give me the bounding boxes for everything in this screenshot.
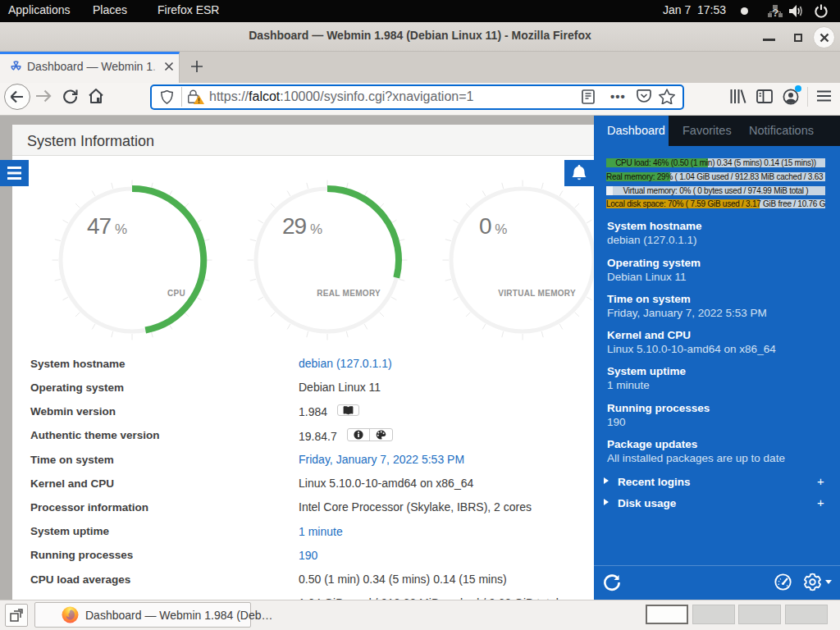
- svg-text:?: ?: [772, 7, 778, 19]
